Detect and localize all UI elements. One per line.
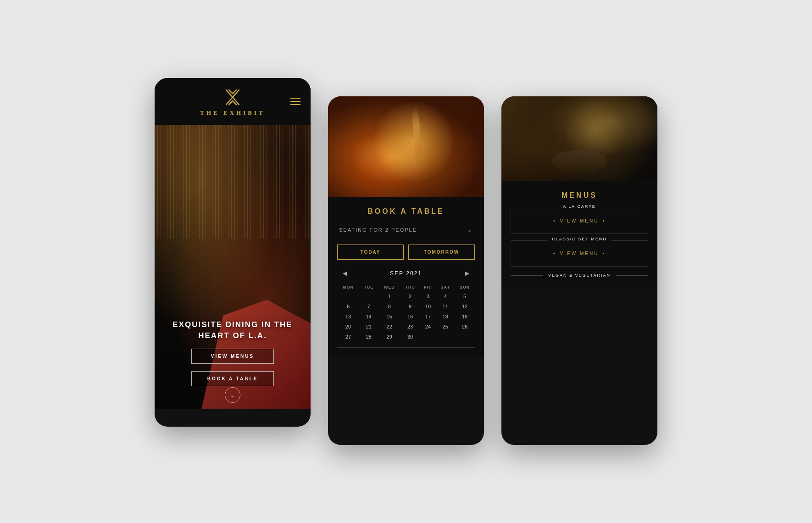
- calendar-day[interactable]: 23: [400, 322, 420, 332]
- calendar-day: [455, 332, 475, 342]
- calendar-body: 1234567891011121314151617181920212223242…: [337, 291, 475, 342]
- phone-home: THE EXHIBIT EXQUISITE DINING IN THE HEAR…: [155, 78, 311, 427]
- dropdown-arrow-icon: ⌄: [467, 227, 473, 233]
- calendar-day[interactable]: 4: [436, 291, 455, 301]
- a-la-carte-card: A LA CARTE VIEW MENU: [511, 208, 648, 234]
- book-table-button[interactable]: BOOK A TABLE: [191, 371, 274, 386]
- menu-line-2: [290, 101, 300, 102]
- phone-menus: MENUS A LA CARTE VIEW MENU CLASSIC SET M…: [501, 96, 657, 445]
- menu-line-3: [290, 104, 300, 105]
- calendar-day[interactable]: 3: [420, 291, 436, 301]
- calendar-day[interactable]: 13: [337, 312, 359, 322]
- top-bar: THE EXHIBIT: [155, 78, 311, 125]
- calendar-day[interactable]: 21: [359, 322, 378, 332]
- calendar-day[interactable]: 17: [420, 312, 436, 322]
- calendar-day[interactable]: 8: [378, 301, 400, 312]
- calendar-day[interactable]: 12: [455, 301, 475, 312]
- logo-text: THE EXHIBIT: [200, 109, 265, 117]
- menus-photo: [501, 96, 657, 181]
- calendar-day[interactable]: 24: [420, 322, 436, 332]
- calendar-day[interactable]: 22: [378, 322, 400, 332]
- chevron-down-icon: ⌄: [230, 391, 235, 399]
- calendar-row: 20212223242526: [337, 322, 475, 332]
- calendar-day[interactable]: 19: [455, 312, 475, 322]
- menu-line-1: [290, 98, 300, 99]
- calendar-day[interactable]: 5: [455, 291, 475, 301]
- date-buttons: TODAY TOMORROW: [337, 245, 475, 260]
- classic-set-menu-label: CLASSIC SET MENU: [547, 237, 611, 241]
- menus-body: MENUS A LA CARTE VIEW MENU CLASSIC SET M…: [501, 181, 657, 287]
- day-tue: TUE: [359, 283, 378, 291]
- calendar: ◀ Sep 2021 ▶ MON TUE WED THU FRI SAT SUN: [337, 267, 475, 348]
- section-line-left: [511, 275, 543, 276]
- showcase-container: THE EXHIBIT EXQUISITE DINING IN THE HEAR…: [127, 41, 685, 482]
- calendar-day[interactable]: 20: [337, 322, 359, 332]
- logo-icon: [222, 88, 243, 106]
- calendar-day[interactable]: 9: [400, 301, 420, 312]
- hero-tagline: EXQUISITE DINING IN THE HEART OF L.A.: [168, 319, 297, 341]
- calendar-day: [359, 291, 378, 301]
- calendar-day[interactable]: 1: [378, 291, 400, 301]
- calendar-row: 13141516171819: [337, 312, 475, 322]
- booking-photo: [328, 96, 484, 197]
- section-line-right: [616, 275, 648, 276]
- calendar-row: 12345: [337, 291, 475, 301]
- menus-title: MENUS: [562, 191, 597, 200]
- a-la-carte-view-menu[interactable]: VIEW MENU: [553, 215, 606, 227]
- calendar-day: [420, 332, 436, 342]
- day-wed: WED: [378, 283, 400, 291]
- tomorrow-button[interactable]: TOMORROW: [408, 245, 475, 260]
- calendar-row: 6789101112: [337, 301, 475, 312]
- hero-content: EXQUISITE DINING IN THE HEART OF L.A. VI…: [155, 319, 311, 386]
- booking-title: BOOK A TABLE: [367, 207, 444, 216]
- calendar-header-row: MON TUE WED THU FRI SAT SUN: [337, 283, 475, 291]
- calendar-day[interactable]: 26: [455, 322, 475, 332]
- calendar-day[interactable]: 14: [359, 312, 378, 322]
- calendar-day: [436, 332, 455, 342]
- phone-booking: BOOK A TABLE SEATING FOR 2 PEOPLE ⌄ TODA…: [328, 96, 484, 445]
- a-la-carte-label: A LA CARTE: [558, 204, 600, 209]
- dining-photo-bg: [328, 96, 484, 197]
- prev-month-button[interactable]: ◀: [340, 269, 350, 278]
- calendar-day[interactable]: 28: [359, 332, 378, 342]
- next-month-button[interactable]: ▶: [462, 269, 472, 278]
- calendar-day[interactable]: 11: [436, 301, 455, 312]
- calendar-divider: [337, 347, 475, 348]
- day-sat: SAT: [436, 283, 455, 291]
- calendar-month: Sep 2021: [390, 270, 422, 277]
- seating-selector[interactable]: SEATING FOR 2 PEOPLE ⌄: [337, 223, 475, 237]
- classic-set-menu-card: CLASSIC SET MENU VIEW MENU: [511, 240, 648, 267]
- calendar-day[interactable]: 18: [436, 312, 455, 322]
- booking-body: BOOK A TABLE SEATING FOR 2 PEOPLE ⌄ TODA…: [328, 197, 484, 357]
- vegan-section: VEGAN & VEGETARIAN: [511, 273, 648, 278]
- calendar-day[interactable]: 29: [378, 332, 400, 342]
- calendar-grid: MON TUE WED THU FRI SAT SUN 123456789101…: [337, 283, 475, 342]
- calendar-day[interactable]: 2: [400, 291, 420, 301]
- logo-area: THE EXHIBIT: [200, 88, 265, 117]
- today-button[interactable]: TODAY: [337, 245, 404, 260]
- food-photo-bg: [501, 96, 657, 181]
- classic-set-view-menu[interactable]: VIEW MENU: [553, 247, 606, 260]
- calendar-row: 27282930: [337, 332, 475, 342]
- scroll-down-button[interactable]: ⌄: [225, 387, 240, 403]
- calendar-day[interactable]: 10: [420, 301, 436, 312]
- day-fri: FRI: [420, 283, 436, 291]
- day-sun: SUN: [455, 283, 475, 291]
- calendar-day[interactable]: 7: [359, 301, 378, 312]
- calendar-nav: ◀ Sep 2021 ▶: [337, 267, 475, 279]
- calendar-day[interactable]: 6: [337, 301, 359, 312]
- calendar-day[interactable]: 15: [378, 312, 400, 322]
- hero-section: EXQUISITE DINING IN THE HEART OF L.A. VI…: [155, 125, 311, 409]
- calendar-day: [337, 291, 359, 301]
- calendar-day[interactable]: 16: [400, 312, 420, 322]
- day-thu: THU: [400, 283, 420, 291]
- calendar-day[interactable]: 30: [400, 332, 420, 342]
- calendar-day[interactable]: 25: [436, 322, 455, 332]
- calendar-day[interactable]: 27: [337, 332, 359, 342]
- day-mon: MON: [337, 283, 359, 291]
- hamburger-menu-icon[interactable]: [290, 98, 300, 105]
- vegan-section-label: VEGAN & VEGETARIAN: [543, 273, 616, 278]
- seating-label: SEATING FOR 2 PEOPLE: [339, 227, 417, 233]
- view-menus-button[interactable]: VIEW MENUS: [191, 349, 274, 364]
